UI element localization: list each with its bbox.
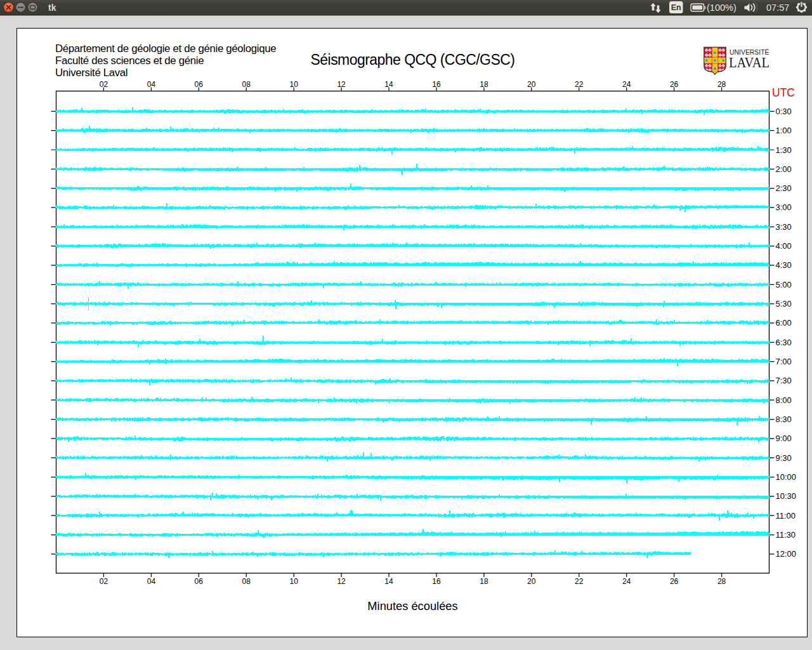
svg-text:02: 02 xyxy=(100,80,108,89)
svg-text:12: 12 xyxy=(337,80,346,89)
svg-text:18: 18 xyxy=(480,577,488,586)
svg-text:5:30: 5:30 xyxy=(776,299,792,308)
svg-text:tk: tk xyxy=(48,3,56,13)
svg-text:10:00: 10:00 xyxy=(776,472,797,482)
svg-text:20: 20 xyxy=(527,80,536,89)
svg-text:18: 18 xyxy=(480,80,488,89)
svg-text:5:00: 5:00 xyxy=(776,280,792,289)
svg-text:24: 24 xyxy=(622,80,631,89)
svg-text:22: 22 xyxy=(575,80,584,89)
svg-text:02: 02 xyxy=(100,577,108,586)
svg-text:2:30: 2:30 xyxy=(776,183,792,193)
svg-text:08: 08 xyxy=(242,80,251,89)
svg-text:26: 26 xyxy=(670,577,679,586)
svg-text:20: 20 xyxy=(527,577,536,586)
svg-text:06: 06 xyxy=(195,577,204,586)
svg-text:10: 10 xyxy=(290,80,299,89)
svg-text:9:30: 9:30 xyxy=(776,453,792,463)
svg-text:16: 16 xyxy=(432,80,441,89)
svg-text:4:30: 4:30 xyxy=(776,260,792,270)
svg-text:16: 16 xyxy=(432,577,441,586)
svg-text:12:00: 12:00 xyxy=(776,549,797,559)
svg-text:24: 24 xyxy=(622,577,631,586)
svg-text:22: 22 xyxy=(575,577,584,586)
svg-text:14: 14 xyxy=(384,577,393,586)
svg-text:6:30: 6:30 xyxy=(776,338,792,347)
svg-text:1:00: 1:00 xyxy=(776,126,792,135)
svg-text:3:30: 3:30 xyxy=(776,222,792,232)
svg-text:28: 28 xyxy=(717,80,726,89)
svg-text:6:00: 6:00 xyxy=(776,318,792,328)
svg-text:4:00: 4:00 xyxy=(776,241,792,251)
svg-text:11:30: 11:30 xyxy=(776,530,796,540)
svg-text:LAVAL: LAVAL xyxy=(729,55,769,70)
svg-text:04: 04 xyxy=(147,577,156,586)
svg-text:10: 10 xyxy=(290,577,299,586)
svg-text:7:30: 7:30 xyxy=(776,376,792,385)
svg-text:0:30: 0:30 xyxy=(776,107,792,116)
svg-text:08: 08 xyxy=(242,577,251,586)
svg-text:28: 28 xyxy=(717,577,726,586)
svg-text:10:30: 10:30 xyxy=(776,491,797,501)
svg-text:1:30: 1:30 xyxy=(776,145,792,155)
svg-text:(100%): (100%) xyxy=(707,3,737,13)
svg-text:8:00: 8:00 xyxy=(776,395,792,405)
svg-text:2:00: 2:00 xyxy=(776,164,792,174)
svg-text:12: 12 xyxy=(337,577,346,586)
svg-text:26: 26 xyxy=(670,80,679,89)
svg-text:06: 06 xyxy=(195,80,204,89)
svg-text:14: 14 xyxy=(384,80,393,89)
svg-text:8:30: 8:30 xyxy=(776,415,792,424)
svg-text:04: 04 xyxy=(147,80,156,89)
svg-text:UTC: UTC xyxy=(772,86,795,99)
svg-text:7:00: 7:00 xyxy=(776,357,792,366)
svg-text:9:00: 9:00 xyxy=(776,434,792,443)
svg-text:3:00: 3:00 xyxy=(776,202,792,212)
svg-text:07:57: 07:57 xyxy=(766,3,789,13)
svg-text:En: En xyxy=(671,3,681,12)
svg-text:11:00: 11:00 xyxy=(776,511,796,521)
